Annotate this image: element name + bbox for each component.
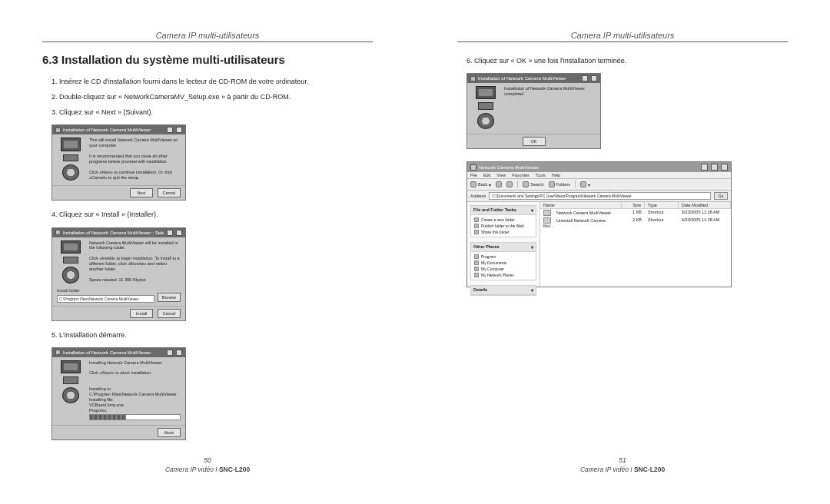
- close-button[interactable]: [591, 75, 597, 81]
- explorer-window: Network Camera MultiViewer File Edit Vie…: [466, 161, 732, 287]
- cd-icon: [62, 164, 79, 181]
- wizard-art: [57, 360, 85, 403]
- go-button[interactable]: Go: [714, 192, 728, 200]
- list-item[interactable]: Network Camera MultiViewer 1 KB Shortcut…: [540, 209, 731, 217]
- list-item[interactable]: Uninstall Network Camera Mul… 2 KB Short…: [540, 217, 731, 229]
- minimize-button[interactable]: [167, 230, 173, 236]
- wizard-art: [472, 86, 500, 129]
- installer-dialog-complete: Installation of Network Camera MultiView…: [466, 73, 601, 149]
- wizard-line: Click «Install» to begin installation. T…: [89, 256, 181, 272]
- document-spread: Camera IP multi-utilisateurs 6.3 Install…: [0, 0, 830, 504]
- menu-view[interactable]: View: [496, 173, 506, 177]
- place-item[interactable]: My Computer: [474, 267, 533, 271]
- col-date[interactable]: Date Modified: [679, 202, 731, 208]
- details-title: Details: [473, 287, 487, 293]
- views-button[interactable]: ▾: [580, 181, 590, 187]
- page-number: 50: [42, 456, 373, 464]
- install-to-value: C:\Program Files\Network Camera MultiVie…: [89, 392, 181, 397]
- space-needed: Space needed: 11 300 Kbytes: [89, 277, 181, 283]
- chevron-down-icon[interactable]: ▾: [531, 207, 533, 213]
- chevron-down-icon[interactable]: ▾: [531, 287, 533, 293]
- menu-file[interactable]: File: [470, 173, 477, 177]
- step-4: 4. Cliquez sur « Install » (Installer).: [51, 210, 373, 219]
- minimize-button[interactable]: [701, 164, 708, 171]
- installer-dialog-welcome: Installation of Network Camera MultiView…: [51, 124, 186, 201]
- toolbar: Back▾ Search Folders ▾: [467, 179, 731, 191]
- chevron-down-icon: ▾: [588, 182, 590, 187]
- install-path-field[interactable]: C:\Program Files\Network Camera MultiVie…: [57, 295, 154, 303]
- task-icon: [474, 224, 479, 228]
- address-field[interactable]: C:\Documents and Settings\PC User\Menu\P…: [489, 192, 711, 200]
- col-size[interactable]: Size: [622, 202, 645, 208]
- explorer-sidebar: File and Folder Tasks▾ Create a new fold…: [467, 202, 540, 287]
- titlebar: Installation of Network Camera MultiView…: [467, 74, 600, 83]
- title-text: Installation of Network Camera MultiView…: [63, 230, 164, 235]
- back-button[interactable]: Back▾: [470, 181, 491, 187]
- details-panel: Details▾: [470, 285, 536, 296]
- title-text: Installation of Network Camera MultiView…: [478, 76, 579, 81]
- browse-button[interactable]: Browse: [158, 293, 181, 302]
- footer-line: Camera IP vidéo I SNC-L200: [580, 466, 665, 473]
- wizard-line: Installing Network Camera MultiViewer.: [89, 360, 181, 366]
- up-icon: [506, 181, 513, 187]
- cancel-button[interactable]: Cancel: [158, 188, 181, 197]
- forward-button[interactable]: [496, 181, 502, 187]
- place-item[interactable]: My Documents: [474, 260, 533, 265]
- close-button[interactable]: [721, 164, 728, 171]
- title-text: Installation of Network Camera MultiView…: [63, 128, 164, 132]
- minimize-button[interactable]: [582, 75, 588, 81]
- wizard-line: Network Camera MultiViewer will be insta…: [89, 240, 181, 251]
- col-name[interactable]: Name: [540, 202, 622, 208]
- wizard-text: Network Camera MultiViewer will be insta…: [89, 240, 181, 284]
- places-panel: Other Places▾ Program My Documents My Co…: [470, 242, 536, 280]
- minimize-button[interactable]: [167, 127, 173, 133]
- place-item[interactable]: Program: [474, 254, 533, 259]
- menu-help[interactable]: Help: [552, 173, 560, 177]
- maximize-button[interactable]: [711, 164, 718, 171]
- ok-button[interactable]: OK: [523, 137, 546, 146]
- menu-tools[interactable]: Tools: [536, 173, 546, 177]
- place-item[interactable]: My Network Places: [474, 273, 533, 277]
- cancel-button[interactable]: Cancel: [158, 309, 181, 318]
- install-file-value: VCBoard.bmp.exe: [89, 403, 181, 408]
- cd-icon: [62, 267, 79, 283]
- app-icon: [470, 76, 476, 81]
- wizard-art: [57, 240, 85, 284]
- up-button[interactable]: [506, 181, 513, 187]
- installer-dialog-progress: Installation of Network Camera MultiView…: [51, 347, 186, 441]
- wizard-line: This will install Network Camera MultiVi…: [89, 138, 181, 148]
- task-item[interactable]: Publish folder to the Web: [474, 224, 533, 228]
- menu-favorites[interactable]: Favorites: [512, 173, 530, 177]
- titlebar: Installation of Network Camera MultiView…: [52, 125, 185, 134]
- search-button[interactable]: Search: [523, 181, 543, 187]
- col-type[interactable]: Type: [645, 202, 679, 208]
- close-button[interactable]: [176, 230, 182, 236]
- abort-button[interactable]: Abort: [158, 428, 181, 437]
- folder-icon: [474, 260, 479, 265]
- task-icon: [474, 217, 479, 222]
- close-button[interactable]: [176, 350, 182, 356]
- menu-edit[interactable]: Edit: [483, 173, 490, 177]
- install-button[interactable]: Install: [130, 309, 153, 318]
- wizard-line: Click «Next» to continue installation. O…: [89, 170, 181, 181]
- folders-button[interactable]: Folders: [549, 181, 570, 187]
- footer-right: 51 Camera IP vidéo I SNC-L200: [457, 456, 788, 473]
- install-to-label: Installing to:: [89, 386, 181, 392]
- places-title: Other Places: [473, 244, 500, 250]
- file-list: Name Size Type Date Modified Network Cam…: [540, 202, 731, 287]
- next-button[interactable]: Next: [130, 188, 153, 197]
- step-3: 3. Cliquez sur « Next » (Suivant).: [51, 108, 373, 117]
- task-item[interactable]: Share this folder: [474, 230, 533, 234]
- cd-icon: [477, 113, 494, 129]
- close-button[interactable]: [176, 127, 182, 133]
- minimize-button[interactable]: [167, 350, 173, 356]
- menu-bar[interactable]: File Edit View Favorites Tools Help: [467, 172, 731, 179]
- monitor-icon: [61, 240, 81, 254]
- app-icon: [55, 128, 61, 133]
- column-headers[interactable]: Name Size Type Date Modified: [540, 202, 731, 209]
- tasks-title: File and Folder Tasks: [473, 207, 516, 213]
- chevron-down-icon[interactable]: ▾: [531, 244, 533, 250]
- wizard-art: [57, 138, 85, 181]
- task-item[interactable]: Create a new folder: [474, 217, 533, 222]
- title-text: Network Camera MultiViewer: [479, 165, 698, 170]
